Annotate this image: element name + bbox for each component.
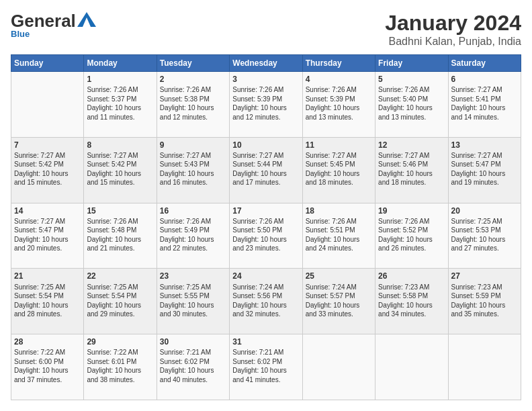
calendar-cell: 30Sunrise: 7:21 AM Sunset: 6:02 PM Dayli…	[157, 334, 229, 400]
calendar-cell: 17Sunrise: 7:26 AM Sunset: 5:50 PM Dayli…	[230, 203, 302, 269]
calendar-cell: 6Sunrise: 7:27 AM Sunset: 5:41 PM Daylig…	[448, 72, 521, 138]
day-number: 16	[160, 205, 226, 216]
calendar-cell	[11, 72, 84, 138]
day-number: 7	[14, 140, 81, 150]
day-number: 24	[232, 271, 299, 281]
calendar-cell: 31Sunrise: 7:21 AM Sunset: 6:02 PM Dayli…	[230, 334, 302, 400]
day-number: 17	[232, 205, 299, 216]
calendar-cell: 25Sunrise: 7:24 AM Sunset: 5:57 PM Dayli…	[302, 269, 375, 334]
day-info: Sunrise: 7:25 AM Sunset: 5:55 PM Dayligh…	[160, 283, 226, 319]
day-number: 18	[306, 205, 372, 216]
day-info: Sunrise: 7:27 AM Sunset: 5:46 PM Dayligh…	[378, 151, 445, 187]
calendar-cell: 19Sunrise: 7:26 AM Sunset: 5:52 PM Dayli…	[375, 203, 448, 269]
day-info: Sunrise: 7:27 AM Sunset: 5:41 PM Dayligh…	[451, 85, 518, 122]
day-number: 4	[306, 74, 372, 85]
day-info: Sunrise: 7:21 AM Sunset: 6:02 PM Dayligh…	[232, 348, 299, 384]
day-info: Sunrise: 7:26 AM Sunset: 5:37 PM Dayligh…	[87, 85, 153, 122]
calendar-cell: 4Sunrise: 7:26 AM Sunset: 5:39 PM Daylig…	[302, 72, 375, 138]
calendar-cell: 7Sunrise: 7:27 AM Sunset: 5:42 PM Daylig…	[11, 137, 84, 203]
day-info: Sunrise: 7:22 AM Sunset: 6:00 PM Dayligh…	[14, 348, 81, 384]
calendar-cell: 13Sunrise: 7:27 AM Sunset: 5:47 PM Dayli…	[448, 137, 521, 203]
calendar-week-row: 28Sunrise: 7:22 AM Sunset: 6:00 PM Dayli…	[11, 334, 521, 400]
calendar-day-header-wednesday: Wednesday	[230, 55, 302, 72]
day-info: Sunrise: 7:27 AM Sunset: 5:42 PM Dayligh…	[14, 151, 81, 187]
day-number: 10	[232, 140, 299, 150]
day-info: Sunrise: 7:23 AM Sunset: 5:59 PM Dayligh…	[451, 283, 518, 319]
calendar-day-header-saturday: Saturday	[448, 55, 521, 72]
calendar-cell: 10Sunrise: 7:27 AM Sunset: 5:44 PM Dayli…	[230, 137, 302, 203]
day-info: Sunrise: 7:22 AM Sunset: 6:01 PM Dayligh…	[87, 348, 153, 384]
day-info: Sunrise: 7:27 AM Sunset: 5:47 PM Dayligh…	[451, 151, 518, 187]
calendar-week-row: 1Sunrise: 7:26 AM Sunset: 5:37 PM Daylig…	[11, 72, 521, 138]
day-info: Sunrise: 7:27 AM Sunset: 5:42 PM Dayligh…	[87, 151, 153, 187]
calendar-header-row: SundayMondayTuesdayWednesdayThursdayFrid…	[11, 55, 521, 72]
day-info: Sunrise: 7:21 AM Sunset: 6:02 PM Dayligh…	[160, 348, 226, 384]
calendar-day-header-thursday: Thursday	[302, 55, 375, 72]
calendar-cell: 18Sunrise: 7:26 AM Sunset: 5:51 PM Dayli…	[302, 203, 375, 269]
calendar-day-header-monday: Monday	[84, 55, 157, 72]
day-info: Sunrise: 7:26 AM Sunset: 5:50 PM Dayligh…	[232, 217, 299, 253]
day-info: Sunrise: 7:23 AM Sunset: 5:58 PM Dayligh…	[378, 283, 445, 319]
calendar-header: SundayMondayTuesdayWednesdayThursdayFrid…	[11, 55, 521, 72]
day-number: 30	[160, 336, 226, 347]
calendar-cell: 12Sunrise: 7:27 AM Sunset: 5:46 PM Dayli…	[375, 137, 448, 203]
day-info: Sunrise: 7:27 AM Sunset: 5:43 PM Dayligh…	[160, 151, 226, 187]
calendar-cell: 9Sunrise: 7:27 AM Sunset: 5:43 PM Daylig…	[157, 137, 229, 203]
day-number: 22	[87, 271, 153, 281]
day-info: Sunrise: 7:27 AM Sunset: 5:47 PM Dayligh…	[14, 217, 81, 253]
day-info: Sunrise: 7:24 AM Sunset: 5:57 PM Dayligh…	[306, 283, 372, 319]
calendar-cell: 23Sunrise: 7:25 AM Sunset: 5:55 PM Dayli…	[157, 269, 229, 334]
day-info: Sunrise: 7:26 AM Sunset: 5:48 PM Dayligh…	[87, 217, 153, 253]
day-number: 27	[451, 271, 518, 281]
calendar-cell: 28Sunrise: 7:22 AM Sunset: 6:00 PM Dayli…	[11, 334, 84, 400]
day-number: 14	[14, 205, 81, 216]
header: General Blue January 2024 Badhni Kalan, …	[11, 11, 521, 48]
calendar-week-row: 7Sunrise: 7:27 AM Sunset: 5:42 PM Daylig…	[11, 137, 521, 203]
logo-arrow-icon	[77, 12, 96, 27]
calendar-cell: 14Sunrise: 7:27 AM Sunset: 5:47 PM Dayli…	[11, 203, 84, 269]
day-number: 23	[160, 271, 226, 281]
calendar-cell: 5Sunrise: 7:26 AM Sunset: 5:40 PM Daylig…	[375, 72, 448, 138]
calendar-cell: 11Sunrise: 7:27 AM Sunset: 5:45 PM Dayli…	[302, 137, 375, 203]
day-number: 31	[232, 336, 299, 347]
day-info: Sunrise: 7:25 AM Sunset: 5:53 PM Dayligh…	[451, 217, 518, 253]
calendar-title: January 2024	[385, 11, 521, 36]
calendar-week-row: 14Sunrise: 7:27 AM Sunset: 5:47 PM Dayli…	[11, 203, 521, 269]
calendar-week-row: 21Sunrise: 7:25 AM Sunset: 5:54 PM Dayli…	[11, 269, 521, 334]
calendar-cell: 20Sunrise: 7:25 AM Sunset: 5:53 PM Dayli…	[448, 203, 521, 269]
day-number: 12	[378, 140, 445, 150]
calendar-cell: 27Sunrise: 7:23 AM Sunset: 5:59 PM Dayli…	[448, 269, 521, 334]
day-info: Sunrise: 7:26 AM Sunset: 5:49 PM Dayligh…	[160, 217, 226, 253]
day-number: 21	[14, 271, 81, 281]
calendar-cell: 22Sunrise: 7:25 AM Sunset: 5:54 PM Dayli…	[84, 269, 157, 334]
day-info: Sunrise: 7:26 AM Sunset: 5:52 PM Dayligh…	[378, 217, 445, 253]
day-info: Sunrise: 7:25 AM Sunset: 5:54 PM Dayligh…	[14, 283, 81, 319]
day-number: 25	[306, 271, 372, 281]
day-number: 20	[451, 205, 518, 216]
calendar-cell: 2Sunrise: 7:26 AM Sunset: 5:38 PM Daylig…	[157, 72, 229, 138]
calendar-cell: 21Sunrise: 7:25 AM Sunset: 5:54 PM Dayli…	[11, 269, 84, 334]
calendar-cell: 15Sunrise: 7:26 AM Sunset: 5:48 PM Dayli…	[84, 203, 157, 269]
calendar-cell	[448, 334, 521, 400]
day-info: Sunrise: 7:26 AM Sunset: 5:38 PM Dayligh…	[160, 85, 226, 122]
day-number: 28	[14, 336, 81, 347]
calendar-cell	[302, 334, 375, 400]
day-number: 9	[160, 140, 226, 150]
calendar-day-header-tuesday: Tuesday	[157, 55, 229, 72]
calendar-cell: 1Sunrise: 7:26 AM Sunset: 5:37 PM Daylig…	[84, 72, 157, 138]
day-number: 29	[87, 336, 153, 347]
day-info: Sunrise: 7:26 AM Sunset: 5:39 PM Dayligh…	[306, 85, 372, 122]
day-number: 11	[306, 140, 372, 150]
day-number: 3	[232, 74, 299, 85]
calendar-cell: 8Sunrise: 7:27 AM Sunset: 5:42 PM Daylig…	[84, 137, 157, 203]
calendar-subtitle: Badhni Kalan, Punjab, India	[385, 36, 521, 48]
day-info: Sunrise: 7:27 AM Sunset: 5:44 PM Dayligh…	[232, 151, 299, 187]
calendar-cell: 29Sunrise: 7:22 AM Sunset: 6:01 PM Dayli…	[84, 334, 157, 400]
svg-marker-0	[77, 12, 96, 27]
day-number: 19	[378, 205, 445, 216]
day-info: Sunrise: 7:27 AM Sunset: 5:45 PM Dayligh…	[306, 151, 372, 187]
calendar-cell: 3Sunrise: 7:26 AM Sunset: 5:39 PM Daylig…	[230, 72, 302, 138]
calendar-cell: 24Sunrise: 7:24 AM Sunset: 5:56 PM Dayli…	[230, 269, 302, 334]
day-number: 13	[451, 140, 518, 150]
day-number: 15	[87, 205, 153, 216]
